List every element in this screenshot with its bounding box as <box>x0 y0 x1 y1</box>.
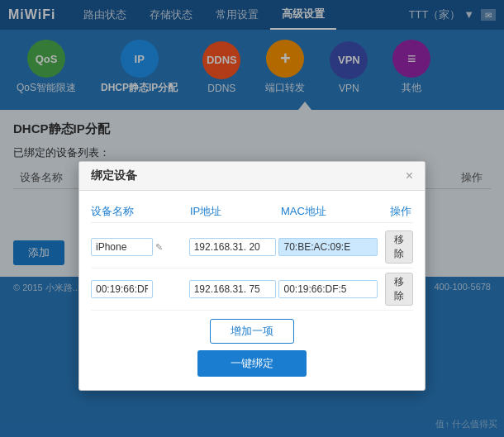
device-name-wrap: ✎ <box>91 238 189 256</box>
confirm-button[interactable]: 一键绑定 <box>197 350 307 377</box>
row2-ip-cell <box>189 280 279 298</box>
dialog-header: 绑定设备 × <box>79 162 425 191</box>
row1-ip-cell <box>189 238 279 256</box>
dialog-close-button[interactable]: × <box>406 169 413 183</box>
row1-remove-button[interactable]: 移除 <box>385 230 413 264</box>
d-col-header-mac: MAC地址 <box>281 204 388 219</box>
row1-mac-cell <box>278 238 385 256</box>
add-item-button[interactable]: 增加一项 <box>210 319 294 344</box>
row1-action-cell: 移除 <box>385 230 413 264</box>
row2-action-cell: 移除 <box>385 273 413 306</box>
row2-mac-input[interactable] <box>278 280 378 298</box>
row1-mac-input[interactable] <box>278 238 378 256</box>
dialog-title: 绑定设备 <box>91 169 137 183</box>
row2-name-input[interactable] <box>91 280 153 298</box>
device-name-wrap2 <box>91 280 189 298</box>
d-col-header-ip: IP地址 <box>190 204 281 219</box>
dialog: 绑定设备 × 设备名称 IP地址 MAC地址 操作 ✎ <box>78 161 426 391</box>
table-row: 移除 <box>91 268 413 311</box>
edit-icon[interactable]: ✎ <box>155 242 163 253</box>
row1-name-input[interactable] <box>91 238 153 256</box>
dialog-table-header: 设备名称 IP地址 MAC地址 操作 <box>91 201 413 223</box>
row1-name-cell: ✎ <box>91 238 189 256</box>
dialog-body: 设备名称 IP地址 MAC地址 操作 ✎ <box>79 191 425 390</box>
d-col-header-action: 操作 <box>388 204 413 219</box>
overlay: 绑定设备 × 设备名称 IP地址 MAC地址 操作 ✎ <box>0 0 504 437</box>
d-col-header-name: 设备名称 <box>91 204 190 219</box>
row2-remove-button[interactable]: 移除 <box>385 273 413 306</box>
dialog-actions: 增加一项 一键绑定 <box>91 311 413 380</box>
row2-mac-cell <box>278 280 385 298</box>
table-row: ✎ 移除 <box>91 226 413 268</box>
row2-ip-input[interactable] <box>189 280 276 298</box>
row2-name-cell <box>91 280 189 298</box>
row1-ip-input[interactable] <box>189 238 276 256</box>
